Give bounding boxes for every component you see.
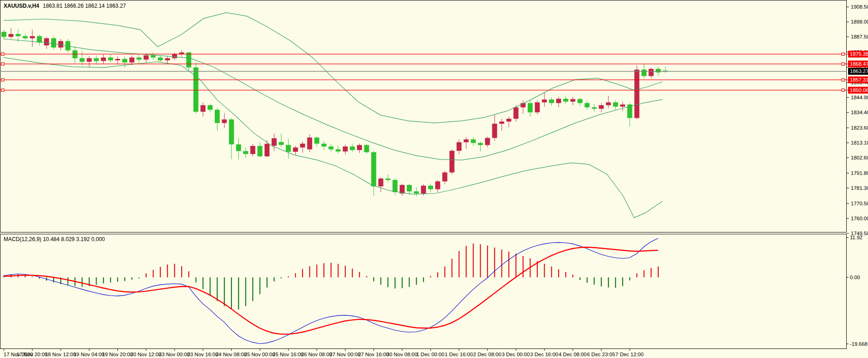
candle[interactable]	[215, 108, 220, 131]
candle[interactable]	[492, 115, 497, 141]
candle[interactable]	[549, 97, 554, 106]
candle[interactable]	[101, 55, 106, 64]
hline-handle[interactable]	[842, 78, 844, 81]
candle[interactable]	[606, 96, 611, 108]
hline-handle[interactable]	[1, 63, 4, 65]
candle[interactable]	[457, 140, 462, 155]
candle[interactable]	[528, 100, 533, 117]
candle[interactable]	[378, 177, 383, 192]
candle[interactable]	[23, 34, 28, 40]
candle[interactable]	[599, 103, 604, 112]
candle[interactable]	[179, 50, 184, 57]
candle[interactable]	[620, 102, 625, 111]
candle[interactable]	[37, 35, 42, 46]
candle[interactable]	[435, 180, 440, 192]
candle[interactable]	[272, 134, 277, 151]
candle[interactable]	[115, 56, 120, 65]
candle[interactable]	[286, 139, 291, 159]
candle[interactable]	[343, 145, 348, 155]
candle[interactable]	[328, 144, 333, 151]
candle[interactable]	[442, 171, 447, 184]
candle[interactable]	[207, 104, 212, 112]
candle[interactable]	[279, 134, 284, 147]
horizontal-line-object[interactable]	[0, 89, 847, 92]
candle[interactable]	[499, 119, 504, 131]
candle[interactable]	[641, 64, 646, 78]
candle[interactable]	[80, 51, 85, 65]
candle[interactable]	[570, 97, 575, 105]
candle[interactable]	[634, 65, 639, 119]
candle[interactable]	[364, 144, 369, 154]
candle[interactable]	[222, 113, 227, 128]
candle[interactable]	[314, 136, 319, 146]
price-tick-label: 1791.80	[851, 170, 868, 176]
main-chart-panel[interactable]	[1, 13, 668, 218]
candle[interactable]	[535, 100, 540, 114]
candle[interactable]	[108, 54, 113, 63]
candle[interactable]	[485, 136, 490, 147]
candle[interactable]	[393, 178, 398, 195]
candle[interactable]	[193, 63, 198, 114]
hline-handle[interactable]	[842, 89, 844, 92]
candle[interactable]	[464, 137, 469, 149]
candle[interactable]	[449, 150, 454, 174]
candle[interactable]	[322, 141, 327, 150]
candle[interactable]	[414, 187, 419, 196]
candle-body	[492, 124, 497, 138]
hline-handle[interactable]	[842, 53, 844, 55]
candle[interactable]	[478, 141, 483, 151]
candle[interactable]	[428, 184, 433, 192]
candle[interactable]	[94, 55, 99, 64]
candle[interactable]	[506, 116, 511, 127]
candle[interactable]	[236, 138, 241, 159]
candle[interactable]	[471, 137, 476, 146]
candle[interactable]	[371, 151, 376, 196]
candle[interactable]	[542, 92, 547, 106]
candle[interactable]	[201, 102, 206, 116]
time-tick-label: 7 Dec 12:00	[616, 352, 644, 357]
candle[interactable]	[592, 104, 597, 111]
candle[interactable]	[186, 52, 191, 71]
candle[interactable]	[151, 53, 156, 60]
candle[interactable]	[649, 68, 654, 78]
candle[interactable]	[578, 97, 583, 106]
candle[interactable]	[72, 46, 77, 63]
candle[interactable]	[357, 144, 362, 153]
candle[interactable]	[563, 96, 568, 104]
candle[interactable]	[51, 36, 56, 50]
candle[interactable]	[122, 57, 127, 68]
candle[interactable]	[251, 144, 256, 156]
hline-handle[interactable]	[1, 53, 4, 55]
chart-canvas[interactable]: 1908.501898.001887.501876.901866.201855.…	[0, 0, 868, 358]
macd-panel[interactable]	[4, 238, 658, 343]
candle[interactable]	[307, 135, 312, 152]
candle[interactable]	[293, 146, 298, 155]
candle[interactable]	[136, 55, 141, 63]
candle[interactable]	[87, 56, 92, 67]
candle[interactable]	[229, 118, 234, 159]
candle-body	[499, 121, 504, 124]
candle[interactable]	[400, 184, 405, 196]
candle[interactable]	[9, 28, 14, 39]
candle[interactable]	[300, 141, 305, 153]
candle[interactable]	[1, 30, 6, 39]
price-axis[interactable]: 1908.501898.001887.501876.901866.201855.…	[847, 4, 868, 236]
candle[interactable]	[243, 147, 248, 158]
candle[interactable]	[613, 100, 618, 110]
hline-handle[interactable]	[1, 89, 4, 92]
time-axis[interactable]: 17 Nov 202017 Nov 20:0018 Nov 12:0019 No…	[4, 349, 644, 357]
candle[interactable]	[556, 97, 561, 107]
candle[interactable]	[663, 67, 668, 73]
hline-handle[interactable]	[1, 78, 4, 81]
candle[interactable]	[584, 101, 589, 110]
candle[interactable]	[336, 146, 341, 154]
macd-axis[interactable]: 11.920.00-19.668	[847, 235, 868, 347]
candle[interactable]	[350, 144, 355, 152]
horizontal-line-object[interactable]	[0, 78, 847, 81]
candle[interactable]	[386, 174, 391, 182]
candle[interactable]	[30, 30, 35, 47]
candle[interactable]	[521, 100, 526, 114]
candle[interactable]	[257, 142, 262, 157]
hline-handle[interactable]	[842, 63, 844, 65]
candle[interactable]	[158, 55, 163, 63]
